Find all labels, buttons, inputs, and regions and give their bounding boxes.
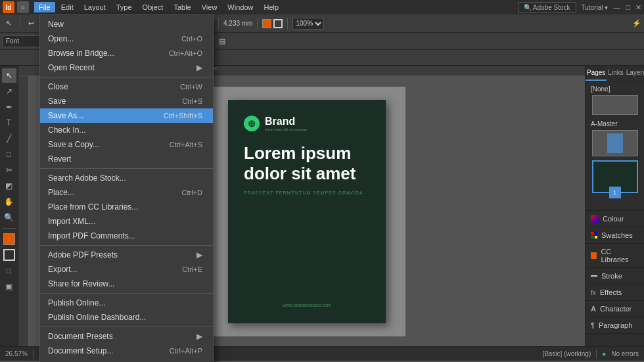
fill-tool[interactable] [3,233,15,245]
text-tool[interactable]: T [2,116,16,130]
menu-search-stock[interactable]: Search Adobe Stock... [40,171,213,185]
status-dot: ● [602,350,606,357]
file-dropdown-menu[interactable]: New Open...Ctrl+O Browse in Bridge...Ctr… [39,14,214,362]
toolbar-sep-5 [218,18,219,30]
toolbar-sep-7 [287,18,288,30]
menu-new[interactable]: New [40,17,213,32]
stroke-color[interactable] [273,19,283,28]
align-right-btn[interactable]: ▤ [216,35,229,47]
menu-layout[interactable]: Layout [80,2,110,12]
menu-revert[interactable]: Revert [40,152,213,166]
menu-table[interactable]: Table [169,2,195,12]
window-min[interactable]: — [613,3,620,11]
ruler-vertical [18,76,29,346]
menu-share-review[interactable]: Share for Review... [40,277,213,291]
color-scheme[interactable]: [Basic] (working) [542,350,591,357]
stroke-tool[interactable] [3,249,15,261]
cc-libraries-section[interactable]: CC Libraries [586,244,644,268]
gradient-tool[interactable]: ◩ [2,179,16,193]
character-section[interactable]: A Character [586,301,644,317]
zoom-tool[interactable]: 🔍 [2,210,16,225]
rect-tool[interactable]: □ [2,147,16,162]
page-none-thumb [592,95,638,115]
swatches-icon [591,232,597,238]
brand-logo: ⊕ Brand lorem nec elit accumsan [244,116,370,131]
colour-section[interactable]: Colour [586,211,644,227]
fill-color[interactable] [262,19,271,28]
tab-layers[interactable]: Layers [625,66,644,81]
page-a-master-label: A-Master [588,119,641,129]
shortcut-save-as: Ctrl+Shift+S [164,112,202,120]
pen-tool[interactable]: ✒ [2,100,16,114]
line-tool[interactable]: ╱ [2,131,16,146]
window-restore[interactable]: □ [626,3,630,11]
page-none: [None] [588,84,641,115]
effects-section[interactable]: fx Effects [586,284,644,301]
stroke-section[interactable]: Stroke [586,268,644,284]
menu-type[interactable]: Type [112,2,137,12]
pages-panel: [None] A-Master 1 [586,81,644,200]
menu-doc-setup[interactable]: Document Setup...Ctrl+Alt+P [40,344,213,358]
home-icon[interactable]: ⌂ [17,1,29,13]
brand-name: Brand [265,116,308,127]
arrow-recent: ▶ [196,63,202,72]
menu-edit[interactable]: Edit [57,2,78,12]
menu-save-copy[interactable]: Save a Copy...Ctrl+Alt+S [40,137,213,152]
page-a-master: A-Master [588,119,641,156]
undo-btn[interactable]: ↩ [25,18,37,29]
menu-doc-presets[interactable]: Document Presets▶ [40,329,213,344]
select-tool-btn[interactable]: ↖ [3,18,15,29]
search-bar[interactable]: 🔍 Adobe Stock [518,2,576,13]
menu-open-recent[interactable]: Open Recent▶ [40,60,213,75]
menu-check-in[interactable]: Check In... [40,123,213,137]
tab-pages[interactable]: Pages [586,66,607,81]
zoom-level[interactable]: 26.57% [5,350,28,357]
menu-publish-dashboard[interactable]: Publish Online Dashboard... [40,310,213,325]
menu-save[interactable]: SaveCtrl+S [40,94,213,108]
file-menu-bg: New Open...Ctrl+O Browse in Bridge...Ctr… [39,14,40,15]
menu-object[interactable]: Object [138,2,168,12]
page-1-thumb: 1 [592,160,638,193]
menu-close[interactable]: CloseCtrl+W [40,79,213,94]
menu-help[interactable]: Help [259,2,283,12]
paragraph-section[interactable]: ¶ Paragraph [586,317,644,334]
effects-icon: fx [591,289,596,296]
menu-export[interactable]: Export...Ctrl+E [40,262,213,277]
menu-open[interactable]: Open...Ctrl+O [40,32,213,46]
tutorial-btn[interactable]: Tutorial ▾ [582,4,609,11]
position-value: 4.233 mm [223,20,252,27]
shortcut-save-copy: Ctrl+Alt+S [170,141,202,148]
menu-adjust-layout[interactable]: Adjust Layout...Alt+Shift+P [40,358,213,362]
menu-save-as[interactable]: Save As...Ctrl+Shift+S [40,108,213,123]
doc-footer: www.brandwebsite.com [244,303,370,307]
doc-subheading: PRAESENT FERMENTUM SEMPER GRAVIDA [244,191,370,195]
cc-libraries-icon [591,252,597,259]
character-icon: A [591,305,596,313]
sep-5 [40,327,213,327]
brand-text-block: Brand lorem nec elit accumsan [265,116,308,131]
menu-view[interactable]: View [197,2,222,12]
document-page: ⊕ Brand lorem nec elit accumsan Lorem ip… [228,100,386,323]
window-close[interactable]: ✕ [635,3,641,12]
tab-links[interactable]: Links [607,66,624,81]
menu-file[interactable]: File [34,2,55,12]
hand-tool[interactable]: ✋ [2,194,16,209]
direct-select-tool[interactable]: ↗ [2,84,16,99]
menu-import-pdf[interactable]: Import PDF Comments... [40,229,213,243]
scissors-tool[interactable]: ✂ [2,163,16,177]
menu-import-xml[interactable]: Import XML... [40,214,213,229]
menu-pdf-presets[interactable]: Adobe PDF Presets▶ [40,248,213,262]
menu-browse-bridge[interactable]: Browse in Bridge...Ctrl+Alt+O [40,46,213,60]
menu-window[interactable]: Window [223,2,258,12]
menu-place-cc[interactable]: Place from CC Libraries... [40,200,213,214]
menu-bar-right: 🔍 Adobe Stock Tutorial ▾ — □ ✕ [518,2,641,13]
zoom-select[interactable]: 100% [292,18,324,30]
swatches-section[interactable]: Swatches [586,227,644,244]
lightning-btn[interactable]: ⚡ [632,19,641,28]
selection-tool[interactable]: ↖ [2,68,16,83]
arrow-pdf: ▶ [196,250,202,260]
menu-place[interactable]: Place...Ctrl+D [40,185,213,200]
normal-mode[interactable]: □ [2,263,16,278]
preview-mode[interactable]: ▣ [2,279,16,294]
menu-publish-online[interactable]: Publish Online... [40,296,213,310]
